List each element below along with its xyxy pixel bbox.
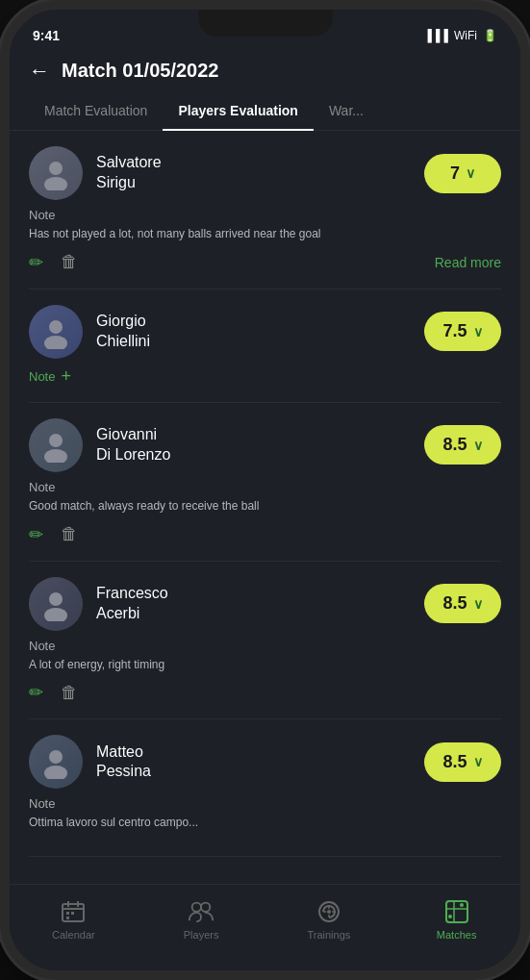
back-button[interactable]: ← (29, 61, 50, 82)
edit-icon-1[interactable]: ✏ (29, 252, 43, 273)
player-name-3: Giovanni Di Lorenzo (96, 425, 411, 465)
card-actions-3: ✏ 🗑 (29, 524, 501, 545)
avatar-dilorenzo (29, 418, 83, 472)
players-icon (188, 898, 215, 925)
score-chevron-3: ∨ (473, 438, 483, 453)
note-label-5: Note (29, 796, 501, 811)
player-info-2: Giorgio Chiellini (96, 312, 411, 352)
player-row-1: Salvatore Sirigu 7 ∨ (29, 146, 501, 200)
header: ← Match 01/05/2022 (10, 52, 520, 93)
svg-point-20 (327, 910, 331, 914)
tab-players-evaluation[interactable]: Players Evaluation (163, 93, 314, 130)
score-chevron-1: ∨ (466, 165, 475, 181)
note-text-4: A lot of energy, right timing (29, 657, 501, 673)
svg-point-5 (44, 449, 67, 463)
player-name-2: Giorgio Chiellini (96, 312, 411, 352)
svg-point-23 (448, 915, 452, 918)
note-text-5: Ottima lavoro sul centro campo... (29, 815, 501, 831)
signal-icon: ▐▐▐ (423, 29, 448, 42)
phone-frame: 9:41 ▐▐▐ WiFi 🔋 ← Match 01/05/2022 Match… (0, 0, 530, 980)
score-chevron-4: ∨ (473, 596, 483, 612)
player-info-4: Francesco Acerbi (96, 584, 411, 624)
svg-rect-15 (71, 912, 74, 915)
note-plus-icon-2[interactable]: + (61, 366, 71, 387)
score-chevron-2: ∨ (473, 324, 483, 339)
svg-point-22 (460, 903, 464, 907)
notch (198, 10, 333, 37)
note-add-2[interactable]: Note + (29, 366, 501, 387)
trainings-icon (315, 898, 342, 925)
score-badge-3[interactable]: 8.5 ∨ (424, 425, 501, 465)
card-actions-1: ✏ 🗑 Read more (29, 252, 501, 273)
nav-item-trainings[interactable]: Trainings (265, 894, 393, 944)
edit-icon-4[interactable]: ✏ (29, 682, 43, 703)
avatar-chiellini (29, 305, 83, 359)
score-badge-5[interactable]: 8.5 ∨ (424, 742, 501, 782)
action-icons-1: ✏ 🗑 (29, 252, 78, 273)
bottom-nav: Calendar Players (10, 884, 520, 970)
note-text-1: Has not played a lot, not many balls arr… (29, 226, 501, 242)
read-more-1[interactable]: Read more (435, 255, 501, 270)
calendar-icon (60, 898, 87, 925)
score-badge-1[interactable]: 7 ∨ (424, 154, 501, 193)
screen: 9:41 ▐▐▐ WiFi 🔋 ← Match 01/05/2022 Match… (10, 10, 520, 970)
players-list: Salvatore Sirigu 7 ∨ Note Has not played… (10, 131, 520, 884)
player-card-1: Salvatore Sirigu 7 ∨ Note Has not played… (29, 131, 501, 289)
player-name-1: Salvatore Sirigu (96, 153, 411, 193)
svg-point-17 (192, 903, 201, 912)
score-value-3: 8.5 (442, 435, 467, 455)
card-actions-4: ✏ 🗑 (29, 682, 501, 703)
avatar-sirigu (29, 146, 83, 200)
action-icons-3: ✏ 🗑 (29, 524, 78, 545)
delete-icon-3[interactable]: 🗑 (61, 524, 78, 544)
status-time: 9:41 (33, 28, 60, 43)
score-value-1: 7 (450, 163, 460, 184)
delete-icon-4[interactable]: 🗑 (61, 683, 78, 703)
player-row-2: Giorgio Chiellini 7.5 ∨ (29, 305, 501, 359)
svg-rect-21 (446, 901, 467, 922)
svg-point-9 (44, 766, 67, 779)
svg-point-1 (44, 177, 67, 190)
score-badge-4[interactable]: 8.5 ∨ (424, 584, 501, 623)
svg-point-3 (44, 336, 67, 349)
nav-item-matches[interactable]: Matches (392, 894, 520, 944)
nav-label-matches: Matches (437, 929, 477, 941)
note-label-3: Note (29, 480, 501, 494)
nav-label-calendar: Calendar (52, 929, 95, 941)
avatar-pessina (29, 735, 83, 789)
score-badge-2[interactable]: 7.5 ∨ (424, 312, 501, 351)
page-title: Match 01/05/2022 (62, 60, 218, 82)
nav-item-players[interactable]: Players (138, 894, 265, 944)
tab-match-evaluation[interactable]: Match Evaluation (29, 93, 163, 130)
svg-point-7 (44, 608, 67, 621)
player-info-1: Salvatore Sirigu (96, 153, 411, 193)
player-row-4: Francesco Acerbi 8.5 ∨ (29, 577, 501, 631)
player-card-2: Giorgio Chiellini 7.5 ∨ Note + (29, 289, 501, 403)
nav-label-trainings: Trainings (307, 929, 350, 941)
player-info-5: Matteo Pessina (96, 742, 411, 783)
note-label-4: Note (29, 639, 501, 653)
player-card-5: Matteo Pessina 8.5 ∨ Note Ottima lavoro … (29, 719, 501, 857)
tab-war[interactable]: War... (314, 93, 379, 130)
avatar-acerbi (29, 577, 83, 631)
player-name-5: Matteo Pessina (96, 742, 411, 783)
svg-point-4 (49, 434, 63, 447)
delete-icon-1[interactable]: 🗑 (61, 252, 78, 272)
nav-item-calendar[interactable]: Calendar (10, 894, 138, 944)
svg-point-18 (201, 903, 210, 912)
svg-rect-16 (66, 917, 69, 919)
svg-rect-14 (66, 912, 69, 915)
edit-icon-3[interactable]: ✏ (29, 524, 43, 545)
action-icons-4: ✏ 🗑 (29, 682, 78, 703)
svg-point-2 (49, 320, 63, 334)
svg-point-8 (49, 750, 63, 764)
player-card-4: Francesco Acerbi 8.5 ∨ Note A lot of ene… (29, 562, 501, 720)
score-value-5: 8.5 (442, 752, 467, 772)
player-info-3: Giovanni Di Lorenzo (96, 425, 411, 465)
player-card-3: Giovanni Di Lorenzo 8.5 ∨ Note Good matc… (29, 403, 501, 562)
player-row-3: Giovanni Di Lorenzo 8.5 ∨ (29, 418, 501, 472)
score-chevron-5: ∨ (473, 754, 483, 769)
status-icons: ▐▐▐ WiFi 🔋 (423, 29, 497, 42)
svg-point-6 (49, 592, 63, 606)
wifi-icon: WiFi (454, 29, 477, 42)
